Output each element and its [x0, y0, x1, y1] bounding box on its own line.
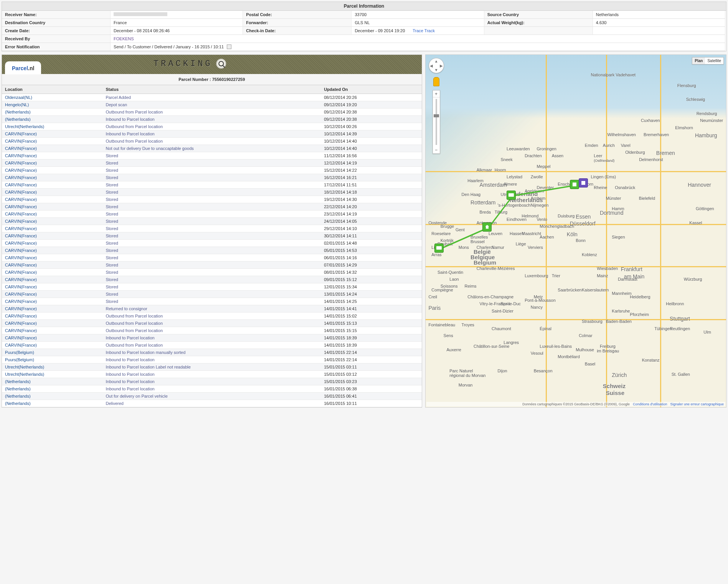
map-type-satellite[interactable]: Satellite: [705, 58, 723, 64]
tracking-row[interactable]: CARVIN(France)Inbound to Parcel location…: [2, 334, 422, 342]
pan-up-icon[interactable]: ▲: [434, 59, 438, 63]
tracking-row[interactable]: CARVIN(France)Stored14/01/2015 14:25: [2, 298, 422, 305]
zoom-thumb[interactable]: [434, 114, 439, 117]
map-label-neumunster: Neumünster: [700, 118, 723, 123]
tracking-row[interactable]: CARVIN(France)Not out for delivery Due t…: [2, 145, 422, 152]
tracking-row[interactable]: (Netherlands)Inbound to Parcel location1…: [2, 385, 422, 393]
tracking-cell-updated: 14/01/2015 14:25: [321, 298, 421, 305]
map-label-morvan: Morvan: [459, 383, 473, 387]
map-label-bar-le-duc: Bar-le-Duc: [500, 301, 521, 306]
tracking-row[interactable]: CARVIN(France)Stored12/12/2014 14:19: [2, 160, 422, 167]
tracking-cell-updated: 16/01/2015 06:41: [321, 393, 421, 400]
tracking-row[interactable]: CARVIN(France)Stored02/01/2015 14:48: [2, 240, 422, 247]
tracking-row[interactable]: CARVIN(France)Stored09/01/2015 15:12: [2, 276, 422, 283]
tracking-row[interactable]: CARVIN(France)Stored22/12/2014 14:20: [2, 203, 422, 211]
streetview-pegman[interactable]: [433, 77, 439, 86]
map-marker-origin-2[interactable]: [579, 178, 588, 188]
tracking-header-row: Location Status Updated On: [2, 85, 422, 94]
zoom-slider[interactable]: [436, 99, 437, 145]
map-label-aurich: Aurich: [603, 143, 615, 148]
tracking-row[interactable]: CARVIN(France)Stored24/12/2014 14:05: [2, 218, 422, 225]
tracking-row[interactable]: CARVIN(France)Stored05/01/2015 14:53: [2, 247, 422, 254]
map-type-plan[interactable]: Plan: [692, 58, 705, 64]
tracking-row[interactable]: CARVIN(France)Outbound from Parcel locat…: [2, 327, 422, 334]
error-detail-icon[interactable]: [227, 44, 231, 49]
zoom-out-button[interactable]: −: [433, 146, 440, 153]
tracking-row[interactable]: CARVIN(France)Stored06/01/2015 14:16: [2, 254, 422, 262]
tracking-row[interactable]: CARVIN(France)Stored23/12/2014 14:19: [2, 211, 422, 218]
tracking-cell-location: CARVIN(France): [2, 320, 102, 327]
map-marker-utrecht[interactable]: [507, 191, 516, 200]
trace-track-link[interactable]: Trace Track: [413, 28, 435, 33]
tracking-row[interactable]: CARVIN(France)Outbound from Parcel locat…: [2, 342, 422, 349]
tracking-row[interactable]: CARVIN(France)Stored19/12/2014 14:30: [2, 196, 422, 203]
tracking-row[interactable]: (Netherlands)Delivered16/01/2015 10:11: [2, 400, 422, 407]
pan-left-icon[interactable]: ◀: [430, 64, 433, 68]
tracking-row[interactable]: CARVIN(France)Outbound from Parcel locat…: [2, 313, 422, 320]
col-updated[interactable]: Updated On: [321, 85, 421, 94]
tracking-row[interactable]: CARVIN(France)Stored13/01/2015 14:24: [2, 291, 422, 298]
tracking-cell-status: Stored: [102, 203, 321, 211]
tracking-row[interactable]: Utrecht(Netherlands)Outbound from Parcel…: [2, 123, 422, 130]
tracking-row[interactable]: Utrecht(Netherlands)Inbound to Parcel lo…: [2, 364, 422, 371]
tracking-row[interactable]: CARVIN(France)Stored15/12/2014 14:22: [2, 167, 422, 174]
tracking-row[interactable]: Utrecht(Netherlands)Inbound to Parcel lo…: [2, 371, 422, 378]
map-label-duisburg: Duisburg: [558, 214, 574, 218]
tracking-row[interactable]: Puurs(Belgium)Inbound to Parcel location…: [2, 349, 422, 356]
tracking-row[interactable]: Hengelo(NL)Depot scan09/12/2014 19:20: [2, 101, 422, 109]
tracking-row[interactable]: (Netherlands)Out for delivery on Parcel …: [2, 393, 422, 400]
tracking-row[interactable]: CARVIN(France)Stored17/12/2014 11:51: [2, 181, 422, 189]
map-label-lingen: Lingen (Ems): [591, 174, 616, 179]
tracking-row[interactable]: CARVIN(France)Outbound from Parcel locat…: [2, 138, 422, 145]
tracking-table: Location Status Updated On Oldenzaal(NL)…: [2, 85, 422, 407]
map-label-laon: Laon: [449, 277, 459, 281]
col-status[interactable]: Status: [102, 85, 321, 94]
tracking-cell-updated: 19/12/2014 14:30: [321, 196, 421, 203]
tracking-cell-updated: 10/12/2014 14:39: [321, 130, 421, 138]
tracking-row[interactable]: CARVIN(France)Inbound to Parcel location…: [2, 130, 422, 138]
tracking-cell-updated: 16/12/2014 16:21: [321, 174, 421, 181]
tracking-row[interactable]: Oldenzaal(NL)Parcel Added08/12/2014 20:2…: [2, 94, 422, 101]
map-zoom-control: + −: [433, 90, 440, 154]
col-location[interactable]: Location: [2, 85, 102, 94]
tracking-row[interactable]: CARVIN(France)Stored16/12/2014 16:21: [2, 174, 422, 181]
parcel-brand-tab[interactable]: Parcel.nl: [5, 61, 41, 74]
map-label-luxembourg: Luxembourg: [525, 273, 548, 278]
map-label-dijon: Dijon: [498, 368, 507, 373]
tracking-row[interactable]: CARVIN(France)Stored18/12/2014 14:18: [2, 189, 422, 196]
map-label-frankfurt: Frankfurt: [621, 266, 642, 272]
tracking-row[interactable]: CARVIN(France)Stored29/12/2014 14:10: [2, 225, 422, 232]
map-label-saarbrucken: Saarbrücken: [558, 288, 581, 292]
pan-right-icon[interactable]: ▶: [440, 64, 443, 68]
tracking-cell-status: Stored: [102, 262, 321, 269]
pan-down-icon[interactable]: ▼: [434, 68, 438, 72]
tracking-row[interactable]: CARVIN(France)Stored07/01/2015 14:29: [2, 262, 422, 269]
tracking-row[interactable]: CARVIN(France)Returned to consignor14/01…: [2, 305, 422, 313]
tracking-row[interactable]: CARVIN(France)Outbound from Parcel locat…: [2, 320, 422, 327]
tracking-cell-updated: 22/12/2014 14:20: [321, 203, 421, 211]
map-marker-origin[interactable]: [570, 180, 579, 189]
zoom-in-button[interactable]: +: [433, 90, 440, 97]
tracking-cell-updated: 24/12/2014 14:05: [321, 218, 421, 225]
map-marker-puurs[interactable]: [482, 222, 492, 232]
tracking-cell-location: CARVIN(France): [2, 254, 102, 262]
map-pan-control[interactable]: ▲ ▼ ◀ ▶: [429, 58, 444, 73]
map-label-mons: Mons: [459, 245, 469, 250]
tracking-row[interactable]: CARVIN(France)Stored08/01/2015 14:32: [2, 269, 422, 276]
map-attr-report[interactable]: Signaler une erreur cartographique: [670, 402, 724, 406]
tracking-row[interactable]: (Netherlands)Inbound to Parcel location1…: [2, 378, 422, 385]
map-marker-carvin[interactable]: [434, 243, 444, 253]
tracking-cell-updated: 11/12/2014 16:56: [321, 152, 421, 160]
tracking-row[interactable]: (Netherlands)Inbound to Parcel location0…: [2, 116, 422, 123]
tracking-row[interactable]: (Netherlands)Outbound from Parcel locati…: [2, 109, 422, 116]
tracking-cell-location: CARVIN(France): [2, 247, 102, 254]
map-label-koblenz: Koblenz: [582, 252, 597, 257]
tracking-cell-location: CARVIN(France): [2, 334, 102, 342]
map-panel[interactable]: Denmark Nationalpark Vadehavet Flensburg…: [425, 54, 726, 408]
map-label-alkmaar: Alkmaar: [477, 168, 492, 172]
tracking-row[interactable]: CARVIN(France)Stored30/12/2014 14:11: [2, 232, 422, 240]
tracking-row[interactable]: CARVIN(France)Stored12/01/2015 15:34: [2, 283, 422, 291]
map-attr-terms[interactable]: Conditions d'utilisation: [633, 402, 667, 406]
tracking-row[interactable]: CARVIN(France)Stored11/12/2014 16:56: [2, 152, 422, 160]
tracking-row[interactable]: Puurs(Belgium)Inbound to Parcel location…: [2, 356, 422, 364]
